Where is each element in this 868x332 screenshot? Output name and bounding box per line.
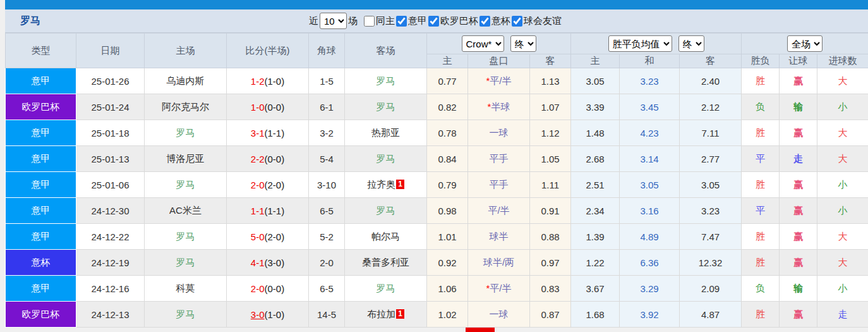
home-team-cell[interactable]: 罗马	[145, 224, 227, 250]
away-team-cell[interactable]: 热那亚	[345, 120, 427, 146]
handicap-value: 球半/两	[483, 257, 514, 267]
score-cell[interactable]: 1-2(1-0)	[227, 68, 309, 94]
handicap-value: 球半	[490, 231, 509, 242]
home-team-cell[interactable]: 科莫	[145, 276, 227, 302]
avg-source-select[interactable]: 胜平负均值	[608, 35, 672, 52]
home-team-cell[interactable]: AC米兰	[145, 198, 227, 224]
corners-cell: 5-2	[309, 224, 345, 250]
home-team-cell[interactable]: 罗马	[145, 120, 227, 146]
away-team-cell[interactable]: 罗马	[345, 94, 427, 120]
odds-away-header: 客	[530, 54, 571, 68]
score-cell[interactable]: 4-1(3-0)	[227, 250, 309, 276]
away-team-name: 热那亚	[371, 127, 400, 138]
home-team-cell[interactable]: 罗马	[145, 302, 227, 328]
away-team-cell[interactable]: 罗马	[345, 198, 427, 224]
odds-away-cell: 1.07	[530, 94, 571, 120]
handicap-cell: 球半	[468, 224, 530, 250]
odds-away-cell: 1.12	[530, 120, 571, 146]
home-team-cell[interactable]: 罗马	[145, 250, 227, 276]
away-team-cell[interactable]: 拉齐奥1	[345, 172, 427, 198]
score-cell[interactable]: 2-0(0-0)	[227, 276, 309, 302]
recent-label: 近	[309, 15, 318, 27]
score-halftime: (0-0)	[265, 102, 285, 113]
avg-home-cell: 3.67	[571, 276, 620, 302]
handicap-result-cell: 赢	[780, 198, 817, 224]
handicap-cell: *平/半	[468, 276, 530, 302]
league-cell: 意甲	[6, 146, 76, 172]
date-cell: 24-12-16	[76, 276, 145, 302]
score-cell[interactable]: 1-1(1-1)	[227, 198, 309, 224]
col-header-away: 客场	[345, 34, 427, 68]
odds-handicap-header: 盘口	[468, 54, 530, 68]
score-halftime: (1-1)	[265, 206, 285, 216]
score-cell[interactable]: 2-0(2-0)	[227, 172, 309, 198]
avg-home-cell: 1.39	[571, 224, 620, 250]
table-row: 意杯 24-12-19 罗马 4-1(3-0) 2-0 桑普多利亚 0.92 球…	[6, 250, 868, 276]
same-home-label: 同主	[376, 15, 395, 27]
away-team-cell[interactable]: 布拉加1	[345, 302, 427, 328]
col-header-corners: 角球	[309, 34, 345, 68]
score-cell[interactable]: 5-0(2-0)	[227, 224, 309, 250]
home-team-cell[interactable]: 博洛尼亚	[145, 146, 227, 172]
avg-away-header: 客	[680, 54, 742, 68]
score-halftime: (2-0)	[265, 180, 285, 190]
score-cell[interactable]: 2-2(0-0)	[227, 146, 309, 172]
away-team-cell[interactable]: 桑普多利亚	[345, 250, 427, 276]
away-team-cell[interactable]: 帕尔马	[345, 224, 427, 250]
odds-home-cell: 0.82	[427, 94, 468, 120]
score-cell[interactable]: 3-0(1-0)	[227, 302, 309, 328]
score-cell[interactable]: 1-0(0-0)	[227, 94, 309, 120]
wdl-header: 胜负	[742, 54, 780, 68]
goals-result-cell: 大	[817, 250, 868, 276]
home-team-cell[interactable]: 阿尔克马尔	[145, 94, 227, 120]
avg-away-cell: 2.77	[680, 146, 742, 172]
league-cell: 意甲	[6, 276, 76, 302]
home-team-cell[interactable]: 乌迪内斯	[145, 68, 227, 94]
league-cell: 意甲	[6, 68, 76, 94]
avg-home-cell: 1.48	[571, 120, 620, 146]
table-row: 意甲 24-12-22 罗马 5-0(2-0) 5-2 帕尔马 1.01 球半 …	[6, 224, 868, 250]
same-home-checkbox[interactable]	[364, 16, 375, 27]
handicap-value: 平手	[490, 153, 509, 164]
away-team-name: 布拉加	[367, 309, 395, 319]
recent-count-select[interactable]: 10	[320, 13, 347, 29]
score-fulltime: 1-0	[251, 102, 265, 113]
away-team-cell[interactable]: 罗马	[345, 68, 427, 94]
goals-result-cell: 小	[817, 276, 868, 302]
league-cell: 欧罗巴杯	[6, 94, 76, 120]
score-fulltime: 2-0	[251, 180, 265, 190]
result-scope-select[interactable]: 全场	[787, 35, 823, 52]
handicap-result-cell: 赢	[780, 250, 817, 276]
wdl-result-cell: 负	[742, 94, 780, 120]
avg-period-select[interactable]: 终	[678, 35, 704, 52]
date-cell: 24-12-30	[76, 198, 145, 224]
home-team-name: 罗马	[176, 309, 195, 319]
score-fulltime: 4-1	[251, 257, 265, 268]
away-team-name: 桑普多利亚	[362, 257, 409, 267]
league-cell: 意杯	[6, 250, 76, 276]
home-team-name: 阿尔克马尔	[162, 101, 209, 112]
avg-home-cell: 2.68	[571, 146, 620, 172]
page-title: 罗马	[20, 15, 40, 28]
league-cell: 意甲	[6, 120, 76, 146]
home-team-cell[interactable]: 罗马	[145, 172, 227, 198]
league-checkbox-seriea[interactable]	[396, 16, 407, 27]
league-cell: 意甲	[6, 198, 76, 224]
avg-away-cell: 2.09	[680, 276, 742, 302]
league-label-coppa: 意杯	[491, 15, 510, 27]
score-fulltime: 3-1	[251, 128, 265, 138]
away-team-cell[interactable]: 罗马	[345, 146, 427, 172]
away-team-name: 罗马	[377, 283, 395, 293]
league-checkbox-coppa[interactable]	[479, 16, 490, 27]
avg-draw-cell: 3.16	[620, 198, 680, 224]
table-row: 意甲 25-01-06 罗马 2-0(2-0) 3-10 拉齐奥1 0.79 平…	[6, 172, 868, 198]
league-checkbox-friendly[interactable]	[512, 16, 522, 27]
away-team-cell[interactable]: 罗马	[345, 276, 427, 302]
league-checkbox-europa[interactable]	[428, 16, 439, 27]
league-label-friendly: 球会友谊	[524, 15, 562, 27]
odds-period-select[interactable]: 终	[510, 35, 536, 52]
avg-away-cell: 2.12	[680, 94, 742, 120]
score-cell[interactable]: 3-1(1-1)	[227, 120, 309, 146]
odds-source-select[interactable]: Crow*	[462, 35, 504, 52]
wdl-result-cell: 胜	[742, 250, 780, 276]
